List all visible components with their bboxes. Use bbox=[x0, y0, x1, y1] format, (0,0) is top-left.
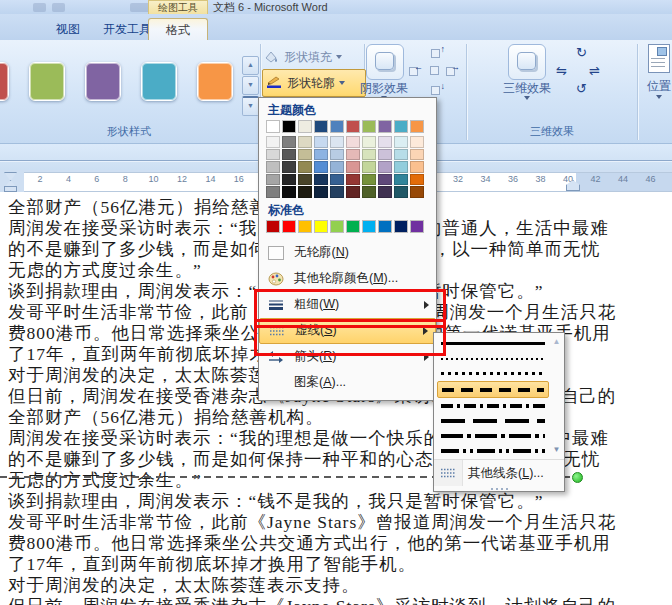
nudge-shadow-down-button[interactable]: ↓ bbox=[430, 82, 444, 96]
dash-style-square-dot[interactable] bbox=[437, 366, 549, 381]
theme-tint-swatch[interactable] bbox=[298, 186, 312, 198]
nudge-shadow-left-button[interactable]: ← bbox=[408, 63, 422, 77]
submenu-resize-grip[interactable] bbox=[434, 486, 564, 492]
theme-tint-swatch[interactable] bbox=[330, 174, 344, 186]
standard-color-swatch[interactable] bbox=[394, 220, 408, 233]
standard-color-swatch[interactable] bbox=[314, 220, 328, 233]
theme-tint-swatch[interactable] bbox=[282, 174, 296, 186]
dash-style-long-dash[interactable] bbox=[437, 413, 549, 428]
theme-tint-swatch[interactable] bbox=[394, 174, 408, 186]
theme-tint-swatch[interactable] bbox=[378, 136, 392, 148]
theme-tint-swatch[interactable] bbox=[394, 149, 408, 161]
first-line-indent-marker[interactable] bbox=[4, 172, 17, 181]
position-button[interactable]: 位置 bbox=[644, 78, 672, 95]
theme-tint-swatch[interactable] bbox=[282, 161, 296, 173]
theme-color-swatch[interactable] bbox=[410, 120, 424, 133]
theme-color-swatch[interactable] bbox=[378, 120, 392, 133]
three-d-effects-button[interactable] bbox=[508, 44, 546, 80]
theme-tint-swatch[interactable] bbox=[362, 161, 376, 173]
theme-tint-swatch[interactable] bbox=[410, 161, 424, 173]
theme-tint-swatch[interactable] bbox=[410, 174, 424, 186]
theme-tint-swatch[interactable] bbox=[394, 161, 408, 173]
theme-tint-swatch[interactable] bbox=[362, 149, 376, 161]
shape-style-swatch[interactable] bbox=[197, 62, 233, 101]
theme-tint-swatch[interactable] bbox=[362, 136, 376, 148]
theme-color-swatch[interactable] bbox=[314, 120, 328, 133]
submenu-scroll-up-icon[interactable]: ▲ bbox=[551, 337, 562, 347]
theme-tint-swatch[interactable] bbox=[346, 136, 360, 148]
rotate-3d-bottom-icon[interactable]: ↺ bbox=[576, 82, 587, 95]
theme-tint-swatch[interactable] bbox=[394, 136, 408, 148]
theme-tint-swatch[interactable] bbox=[298, 149, 312, 161]
theme-tint-swatch[interactable] bbox=[362, 186, 376, 198]
theme-tint-swatch[interactable] bbox=[330, 149, 344, 161]
submenu-scroll-down-icon[interactable]: ▼ bbox=[551, 445, 562, 455]
theme-tint-swatch[interactable] bbox=[410, 186, 424, 198]
theme-color-swatch[interactable] bbox=[394, 120, 408, 133]
standard-color-swatch[interactable] bbox=[378, 220, 392, 233]
theme-tint-swatch[interactable] bbox=[266, 174, 280, 186]
shape-style-swatch[interactable] bbox=[0, 62, 9, 101]
standard-color-swatch[interactable] bbox=[330, 220, 344, 233]
theme-tint-swatch[interactable] bbox=[266, 136, 280, 148]
standard-color-swatch[interactable] bbox=[410, 220, 424, 233]
rotate-3d-right-icon[interactable]: ⇌ bbox=[589, 64, 600, 77]
theme-tint-swatch[interactable] bbox=[362, 174, 376, 186]
gallery-scroll-up-button[interactable]: ▲ bbox=[242, 56, 259, 75]
theme-tint-swatch[interactable] bbox=[410, 149, 424, 161]
theme-tint-swatch[interactable] bbox=[266, 186, 280, 198]
dash-style-long-dash-dot-dot[interactable] bbox=[437, 443, 549, 458]
theme-tint-swatch[interactable] bbox=[378, 174, 392, 186]
theme-tint-swatch[interactable] bbox=[282, 136, 296, 148]
standard-color-swatch[interactable] bbox=[298, 220, 312, 233]
rotate-3d-left-icon[interactable]: ⇋ bbox=[556, 64, 567, 77]
theme-tint-swatch[interactable] bbox=[346, 161, 360, 173]
menu-item-pattern[interactable]: 图案(A)... bbox=[259, 370, 436, 396]
menu-item-no-outline[interactable]: 无轮廓(N) bbox=[259, 240, 436, 266]
quick-access-icon[interactable] bbox=[33, 3, 46, 12]
theme-color-swatch[interactable] bbox=[282, 120, 296, 133]
standard-color-swatch[interactable] bbox=[362, 220, 376, 233]
shape-endpoint-handle[interactable] bbox=[572, 472, 583, 483]
shape-style-swatch[interactable] bbox=[29, 62, 65, 101]
theme-tint-swatch[interactable] bbox=[346, 174, 360, 186]
theme-color-swatch[interactable] bbox=[346, 120, 360, 133]
standard-color-swatch[interactable] bbox=[346, 220, 360, 233]
quick-access-icon[interactable] bbox=[52, 3, 65, 12]
theme-tint-swatch[interactable] bbox=[282, 149, 296, 161]
theme-tint-swatch[interactable] bbox=[330, 186, 344, 198]
theme-tint-swatch[interactable] bbox=[314, 174, 328, 186]
gallery-more-button[interactable]: ▼ bbox=[242, 96, 259, 116]
shadow-effects-button[interactable] bbox=[366, 44, 404, 80]
rotate-3d-top-icon[interactable]: ↻ bbox=[576, 46, 587, 59]
shape-outline-button[interactable]: 形状轮廓 bbox=[262, 69, 366, 97]
dash-style-solid[interactable] bbox=[437, 336, 549, 351]
toggle-shadow-button[interactable] bbox=[427, 63, 441, 77]
theme-tint-swatch[interactable] bbox=[330, 161, 344, 173]
theme-tint-swatch[interactable] bbox=[378, 149, 392, 161]
dash-style-round-dot[interactable] bbox=[437, 351, 549, 366]
theme-tint-swatch[interactable] bbox=[346, 186, 360, 198]
theme-tint-swatch[interactable] bbox=[266, 149, 280, 161]
theme-tint-swatch[interactable] bbox=[298, 161, 312, 173]
nudge-shadow-right-button[interactable]: → bbox=[445, 63, 459, 77]
shape-fill-button[interactable]: 形状填充 bbox=[263, 46, 363, 68]
dash-style-dash-dot[interactable] bbox=[437, 398, 549, 413]
shape-style-swatch[interactable] bbox=[141, 62, 177, 101]
tab-view[interactable]: 视图 bbox=[45, 18, 91, 40]
theme-tint-swatch[interactable] bbox=[378, 186, 392, 198]
dash-style-dash[interactable] bbox=[437, 381, 549, 398]
theme-tint-swatch[interactable] bbox=[314, 136, 328, 148]
theme-tint-swatch[interactable] bbox=[394, 186, 408, 198]
theme-color-swatch[interactable] bbox=[266, 120, 280, 133]
theme-color-swatch[interactable] bbox=[362, 120, 376, 133]
theme-tint-swatch[interactable] bbox=[314, 149, 328, 161]
tab-format[interactable]: 格式 bbox=[148, 18, 208, 41]
theme-tint-swatch[interactable] bbox=[266, 161, 280, 173]
theme-tint-swatch[interactable] bbox=[298, 136, 312, 148]
menu-item-more-lines[interactable]: 其他线条(L)... bbox=[434, 460, 564, 486]
theme-tint-swatch[interactable] bbox=[314, 161, 328, 173]
shape-style-swatch[interactable] bbox=[85, 62, 121, 101]
theme-tint-swatch[interactable] bbox=[298, 174, 312, 186]
theme-tint-swatch[interactable] bbox=[314, 186, 328, 198]
